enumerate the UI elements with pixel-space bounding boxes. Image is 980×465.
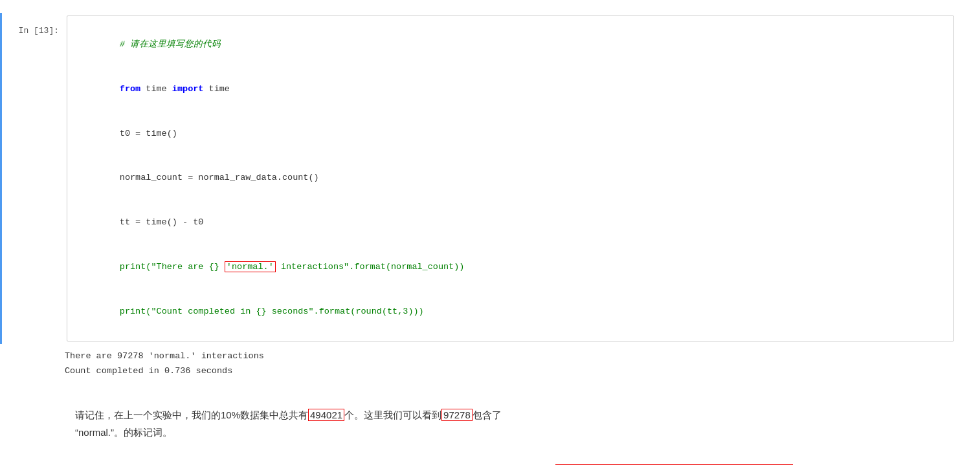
str-before: ("There are {}: [146, 262, 225, 272]
notebook-container: In [13]: # 请在这里填写您的代码 from time import t…: [0, 0, 980, 465]
code-box[interactable]: # 请在这里填写您的代码 from time import time t0 = …: [67, 16, 954, 341]
kw-print-1: print: [120, 262, 146, 272]
para-2-text: 注意，我们已经测量了计算RDD中的元素所花费的时间。我们这样做是因为我们想指出，…: [75, 462, 954, 465]
kw-import: import: [172, 84, 204, 94]
code-import-name: time: [203, 84, 230, 94]
highlight-97278: 97278: [441, 409, 473, 421]
code-cell: In [13]: # 请在这里填写您的代码 from time import t…: [0, 13, 980, 344]
paragraph-2: 注意，我们已经测量了计算RDD中的元素所花费的时间。我们这样做是因为我们想指出，…: [0, 451, 980, 465]
output-text: There are 97278 'normal.' interactions C…: [65, 347, 954, 382]
para-1-between: 个。这里我们可以看到: [344, 409, 441, 420]
output-line-2: Count completed in 0.736 seconds: [65, 364, 954, 379]
str-after: interactions".format(normal_count)): [276, 262, 465, 272]
code-module: time: [140, 84, 172, 94]
code-line-5: tt = time() - t0: [78, 200, 943, 245]
para-1-line2: “normal.”。的标记词。: [75, 427, 172, 438]
cell-label: In [13]:: [2, 16, 67, 45]
str-count: ("Count completed in {} seconds".format(…: [146, 307, 423, 316]
para-1-after: 包含了: [473, 409, 502, 420]
divider: [0, 388, 980, 396]
code-line-4: normal_count = normal_raw_data.count(): [78, 156, 943, 200]
output-area: There are 97278 'normal.' interactions C…: [0, 344, 980, 388]
code-t0: t0 = time(): [120, 129, 177, 138]
kw-print-2: print: [120, 307, 146, 316]
comment-text: # 请在这里填写您的代码: [120, 39, 221, 49]
para-1-text: 请记住，在上一个实验中，我们的10%数据集中总共有494021个。这里我们可以看…: [75, 406, 954, 441]
code-line-1: # 请在这里填写您的代码: [78, 23, 943, 67]
code-line-3: t0 = time(): [78, 112, 943, 157]
paragraph-1: 请记住，在上一个实验中，我们的10%数据集中总共有494021个。这里我们可以看…: [0, 396, 980, 441]
output-line-1: There are 97278 'normal.' interactions: [65, 349, 954, 364]
highlight-494021: 494021: [308, 409, 344, 421]
kw-from: from: [120, 84, 140, 94]
code-line-6: print("There are {} 'normal.' interactio…: [78, 245, 943, 290]
code-normal-count: normal_count = normal_raw_data.count(): [120, 173, 319, 182]
para-1-before1: 请记住，在上一个实验中，我们的10%数据集中总共有: [75, 409, 308, 420]
highlight-normal: 'normal.': [225, 261, 276, 272]
code-line-7: print("Count completed in {} seconds".fo…: [78, 290, 943, 334]
code-tt: tt = time() - t0: [120, 217, 204, 227]
code-line-2: from time import time: [78, 67, 943, 112]
